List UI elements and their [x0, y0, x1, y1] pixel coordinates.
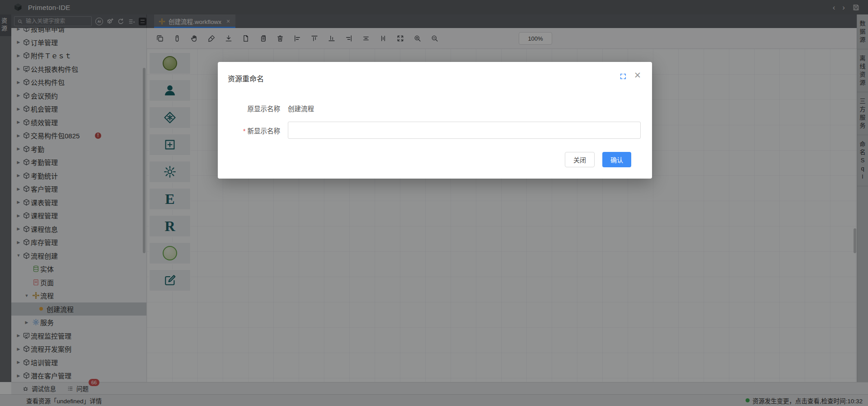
- app-window: Primeton-IDE ‹ › AI 创建流程.wor: [0, 0, 868, 406]
- dialog-title: 资源重命名: [228, 73, 264, 84]
- new-name-label: *新显示名称: [218, 126, 280, 135]
- rename-dialog: 资源重命名 ✕ 原显示名称 创建流程 *新显示名称 关闭 确认: [218, 62, 652, 179]
- confirm-button[interactable]: 确认: [602, 152, 631, 167]
- required-asterisk: *: [243, 127, 245, 135]
- close-icon[interactable]: ✕: [634, 71, 641, 80]
- old-name-value: 创建流程: [288, 104, 314, 113]
- new-display-name-input[interactable]: [288, 122, 641, 139]
- maximize-icon[interactable]: [619, 73, 627, 80]
- modal-dim-overlay: [0, 0, 868, 406]
- old-name-label: 原显示名称: [218, 104, 280, 113]
- close-button[interactable]: 关闭: [565, 152, 595, 167]
